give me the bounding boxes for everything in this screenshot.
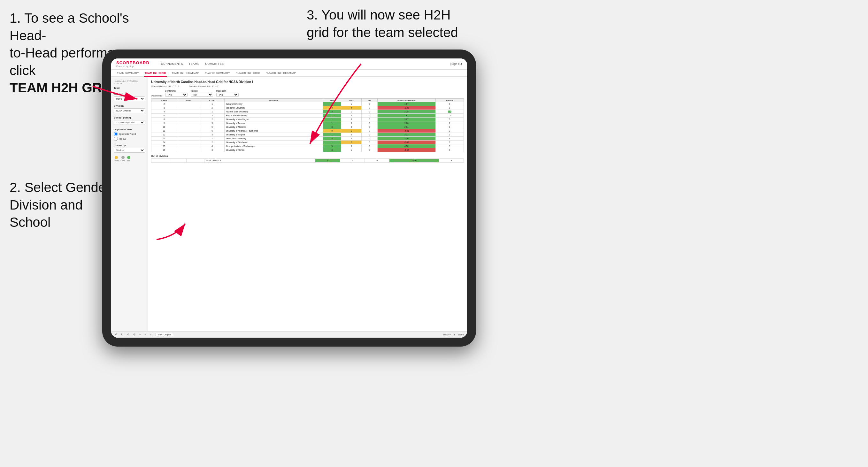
cell-reg	[177, 125, 200, 129]
watch-btn[interactable]: Watch ▾	[443, 334, 451, 336]
color-legend: Down Level Up	[114, 156, 145, 162]
tab-player-h2h-grid[interactable]: PLAYER H2H GRID	[235, 70, 261, 77]
conference-select[interactable]: (All)	[165, 93, 188, 97]
redo-btn[interactable]: ↻	[120, 333, 124, 336]
colour-select[interactable]: Win/loss	[114, 148, 145, 153]
cell-conf: 6	[200, 129, 225, 133]
cell-tie: 0	[362, 106, 377, 110]
tab-team-summary[interactable]: TEAM SUMMARY	[116, 70, 140, 77]
view-original-btn[interactable]: View: Original	[156, 333, 173, 336]
radio-top100[interactable]: Top 100	[114, 137, 145, 141]
gender-label: Gender	[114, 93, 145, 95]
grid-title-row: University of North Carolina Head-to-Hea…	[151, 80, 464, 84]
undo-btn[interactable]: ↺	[114, 333, 118, 336]
cell-rounds: 8	[435, 106, 464, 110]
logo-area: SCOREBOARD Powered by clippi	[116, 60, 150, 67]
cell-diff: 1.83	[377, 114, 435, 118]
gender-select[interactable]: Men's Women's	[114, 96, 145, 101]
cell-opponent: Florida State University	[225, 114, 323, 118]
nav-teams[interactable]: TEAMS	[189, 61, 200, 67]
legend-level: Level	[120, 156, 125, 162]
nav-items: TOURNAMENTS TEAMS COMMITTEE	[159, 61, 443, 67]
up-dot	[127, 156, 130, 159]
ood-diff: 26.00	[390, 159, 439, 163]
ood-conf	[187, 159, 204, 163]
tab-player-h2h-heatmap[interactable]: PLAYER H2H HEATMAP	[265, 70, 297, 77]
table-row: 3 2 Vanderbilt University 0 4 0 -2.29 8	[151, 106, 464, 110]
cell-reg	[177, 141, 200, 145]
table-row: 14 2 University of Oklahoma 1 2 0 -1.00 …	[151, 141, 464, 145]
out-of-division-label: Out of division	[151, 155, 464, 157]
school-select[interactable]: 1. University of Nort...	[114, 120, 145, 125]
nav-committee[interactable]: COMMITTEE	[205, 61, 224, 67]
table-row: 8 2 University of Washington 1 0 0 3.67 …	[151, 118, 464, 121]
sign-out[interactable]: | Sign out	[450, 62, 462, 65]
cell-win: 3	[323, 137, 341, 141]
out-of-division-row: NCAA Division II 1 0 0 26.00 3	[151, 159, 464, 163]
cell-tie: 0	[362, 114, 377, 118]
table-row: 2 1 Auburn University 2 1 0 1.67 9	[151, 102, 464, 106]
cell-reg	[177, 133, 200, 137]
add-btn[interactable]: +	[138, 333, 142, 336]
cell-win: 1	[323, 118, 341, 121]
cell-conf: 3	[200, 121, 225, 125]
col-loss: Loss	[341, 99, 362, 102]
col-conf: # Conf	[200, 99, 225, 102]
opponent-select[interactable]: (All)	[216, 93, 239, 97]
cell-conf: 1	[200, 137, 225, 141]
cell-win: 0	[323, 129, 341, 133]
view-label: View: Original	[157, 334, 171, 336]
cell-loss: 1	[341, 102, 362, 106]
cell-rounds: 17	[435, 110, 464, 114]
app-header: SCOREBOARD Powered by clippi TOURNAMENTS…	[111, 58, 467, 70]
main-content: Last Updated: 27/03/2024 16:55:38 Team G…	[111, 77, 467, 331]
nav-tournaments[interactable]: TOURNAMENTS	[159, 61, 183, 67]
minus-btn[interactable]: −	[144, 333, 147, 336]
tab-team-h2h-heatmap[interactable]: TEAM H2H HEATMAP	[171, 70, 200, 77]
grid-area: University of North Carolina Head-to-Hea…	[148, 77, 467, 331]
cell-tie: 0	[362, 118, 377, 121]
tab-player-summary[interactable]: PLAYER SUMMARY	[204, 70, 230, 77]
table-row: 6 2 Florida State University 1 0 0 1.83 …	[151, 114, 464, 118]
share-btn[interactable]: Share	[458, 334, 464, 336]
cell-loss: 1	[341, 148, 362, 152]
col-win: Win	[323, 99, 341, 102]
division-select[interactable]: NCAA Division I NCAA Division II NCAA Di…	[114, 108, 145, 113]
cell-rounds: 9	[435, 102, 464, 106]
tab-team-h2h-grid[interactable]: TEAM H2H GRID	[144, 70, 167, 77]
refresh-btn[interactable]: ↺	[126, 333, 130, 336]
cell-win: 1	[323, 141, 341, 145]
cell-tie: 0	[362, 148, 377, 152]
cell-reg	[177, 110, 200, 114]
cell-loss: 0	[341, 114, 362, 118]
radio-opponents-played[interactable]: Opponents Played	[114, 132, 145, 136]
cell-opponent: Texas Tech University	[225, 137, 323, 141]
cell-loss: 0	[341, 125, 362, 129]
cell-win: 1	[323, 121, 341, 125]
cell-win: 3	[323, 125, 341, 129]
settings-btn[interactable]: ⚙	[132, 333, 136, 336]
clock-btn[interactable]: ⏱	[149, 333, 153, 336]
level-dot	[121, 156, 125, 159]
cell-rounds: 3	[435, 133, 464, 137]
cell-rounds: 9	[435, 145, 464, 148]
cell-loss: 0	[341, 118, 362, 121]
cell-conf: 2	[200, 106, 225, 110]
cell-win: 2	[323, 102, 341, 106]
team-section: Team	[114, 87, 145, 89]
cell-reg	[177, 145, 200, 148]
table-row: 16 3 University of Florida 3 1 0 -6.62 9	[151, 148, 464, 152]
bottom-toolbar: ↺ ↻ ↺ ⚙ + − ⏱ View: Original Watch ▾ ⬆ S…	[111, 331, 467, 338]
cell-diff: 2.29	[377, 110, 435, 114]
cell-reg	[177, 118, 200, 121]
cell-conf: 2	[200, 114, 225, 118]
col-rank: # Rank	[151, 99, 177, 102]
table-row: 15 4 Georgia Institute of Technology 5 0…	[151, 145, 464, 148]
share-icon[interactable]: ⬆	[453, 334, 455, 336]
region-select[interactable]: (All)	[191, 93, 213, 97]
out-of-division-table: NCAA Division II 1 0 0 26.00 3	[151, 158, 464, 163]
cell-opponent: Arizona State University	[225, 110, 323, 114]
colour-section: Colour by Win/loss	[114, 144, 145, 153]
up-label: Up	[127, 160, 130, 162]
cell-reg	[177, 137, 200, 141]
